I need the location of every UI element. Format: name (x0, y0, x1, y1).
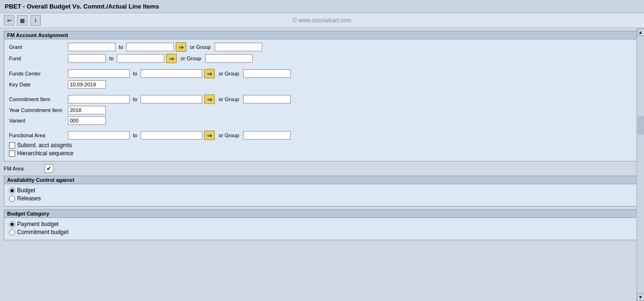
functional-area-to-label: to (133, 132, 137, 138)
key-date-label: Key Date (9, 82, 66, 87)
functional-area-group-input[interactable] (243, 131, 291, 140)
subord-acct-checkbox[interactable] (9, 142, 15, 149)
payment-budget-row: Payment budget (9, 221, 635, 227)
fund-from-input[interactable] (68, 54, 106, 63)
spacer2 (9, 91, 635, 94)
scroll-down-button[interactable]: ▼ (637, 293, 644, 301)
fund-to-label: to (109, 56, 114, 61)
fm-area-label: FM Area (4, 166, 42, 171)
scroll-up-button[interactable]: ▲ (637, 28, 644, 36)
key-date-row: Key Date (9, 80, 635, 89)
subord-acct-label: Subord. acct assgmts (17, 142, 72, 149)
fund-label: Fund (9, 56, 66, 61)
commitment-item-from-input[interactable] (68, 95, 130, 103)
funds-center-row: Funds Center to ⇒ or Group (9, 69, 635, 78)
info-button[interactable]: i (30, 15, 41, 26)
fm-account-assignment-body: Grant to ⇒ or Group Fund to ⇒ or Group (4, 39, 640, 161)
fund-arrow-button[interactable]: ⇒ (166, 54, 177, 63)
commitment-item-to-input[interactable] (141, 95, 202, 103)
grant-to-label: to (119, 44, 123, 50)
budget-category-section: Budget Category Payment budget Commitmen… (4, 209, 640, 240)
funds-center-label: Funds Center (9, 71, 66, 76)
functional-area-to-input[interactable] (141, 131, 202, 140)
variant-input[interactable] (68, 116, 106, 125)
year-commitment-item-label: Year Commitment Item (9, 107, 66, 113)
fund-or-group-label: or Group (180, 56, 201, 61)
functional-area-row: Functional Area to ⇒ or Group (9, 131, 635, 140)
scroll-thumb[interactable] (637, 116, 644, 135)
fm-area-checkbox[interactable]: ✔ (45, 164, 53, 173)
scrollbar[interactable]: ▲ ▼ (636, 28, 644, 301)
funds-center-to-input[interactable] (141, 69, 202, 78)
fm-account-assignment-section: FM Account Assignment Grant to ⇒ or Grou… (4, 31, 640, 161)
spacer3 (9, 127, 635, 131)
grant-or-group-label: or Group (190, 44, 210, 50)
commitment-item-to-label: to (133, 96, 137, 102)
budget-radio-row: Budget (9, 187, 635, 194)
commitment-item-row: Commitment Item to ⇒ or Group (9, 94, 635, 104)
fund-row: Fund to ⇒ or Group (9, 54, 635, 63)
year-commitment-item-input[interactable] (68, 106, 106, 114)
hierarchical-sequence-checkbox[interactable] (9, 150, 15, 157)
hierarchical-sequence-label: Hierarchical sequence (17, 150, 74, 157)
key-date-input[interactable] (68, 80, 106, 89)
budget-radio-dot (10, 189, 14, 192)
commitment-item-label: Commitment Item (9, 96, 66, 102)
year-commitment-item-row: Year Commitment Item (9, 106, 635, 114)
commitment-budget-radio[interactable] (9, 229, 15, 235)
funds-center-to-label: to (133, 71, 137, 76)
grant-arrow-button[interactable]: ⇒ (176, 42, 186, 52)
payment-budget-radio[interactable] (9, 221, 15, 227)
grant-label: Grant (9, 44, 66, 50)
funds-center-or-group-label: or Group (218, 71, 239, 76)
budget-radio-label: Budget (17, 187, 35, 194)
functional-area-or-group-label: or Group (218, 132, 239, 138)
releases-radio[interactable] (9, 196, 15, 202)
grid-button[interactable]: ▦ (17, 15, 28, 26)
hierarchical-sequence-row: Hierarchical sequence (9, 150, 635, 157)
back-button[interactable]: ↩ (4, 15, 14, 26)
fm-area-row: FM Area ✔ (4, 164, 640, 173)
payment-budget-label: Payment budget (17, 221, 58, 227)
fund-group-input[interactable] (205, 54, 253, 63)
commitment-budget-row: Commitment budget (9, 229, 635, 235)
commitment-budget-label: Commitment budget (17, 229, 68, 235)
releases-radio-row: Releases (9, 195, 635, 202)
subord-acct-row: Subord. acct assgmts (9, 142, 635, 149)
releases-radio-label: Releases (17, 195, 41, 202)
funds-center-arrow-button[interactable]: ⇒ (204, 69, 215, 78)
fund-to-input[interactable] (117, 54, 164, 63)
funds-center-group-input[interactable] (243, 69, 291, 78)
page-title: PBET - Overall Budget Vs. Commt./Actual … (5, 3, 159, 10)
availability-control-header: Availability Control against (4, 176, 640, 184)
commitment-item-group-input[interactable] (243, 95, 291, 103)
budget-radio[interactable] (9, 188, 15, 194)
commitment-item-or-group-label: or Group (218, 96, 239, 102)
grant-row: Grant to ⇒ or Group (9, 42, 635, 52)
payment-budget-radio-dot (10, 223, 14, 226)
functional-area-arrow-button[interactable]: ⇒ (204, 131, 215, 140)
grant-from-input[interactable] (68, 43, 115, 51)
availability-control-section: Availability Control against Budget Rele… (4, 176, 640, 207)
title-bar: PBET - Overall Budget Vs. Commt./Actual … (0, 0, 644, 13)
spacer1 (9, 65, 635, 69)
variant-label: Variant (9, 118, 66, 123)
functional-area-from-input[interactable] (68, 131, 130, 140)
main-content: FM Account Assignment Grant to ⇒ or Grou… (0, 28, 644, 301)
toolbar: ↩ ▦ i © www.tutorialkart.com (0, 13, 644, 28)
fm-account-assignment-header: FM Account Assignment (4, 31, 640, 39)
funds-center-from-input[interactable] (68, 69, 130, 78)
grant-group-input[interactable] (215, 43, 262, 51)
budget-category-body: Payment budget Commitment budget (4, 218, 640, 240)
budget-category-header: Budget Category (4, 210, 640, 218)
functional-area-label: Functional Area (9, 132, 66, 138)
fm-area-checkmark: ✔ (47, 165, 51, 172)
grant-to-input[interactable] (126, 43, 174, 51)
variant-row: Variant (9, 116, 635, 125)
watermark: © www.tutorialkart.com (293, 17, 351, 24)
commitment-item-arrow-button[interactable]: ⇒ (204, 94, 215, 104)
availability-control-body: Budget Releases (4, 184, 640, 206)
